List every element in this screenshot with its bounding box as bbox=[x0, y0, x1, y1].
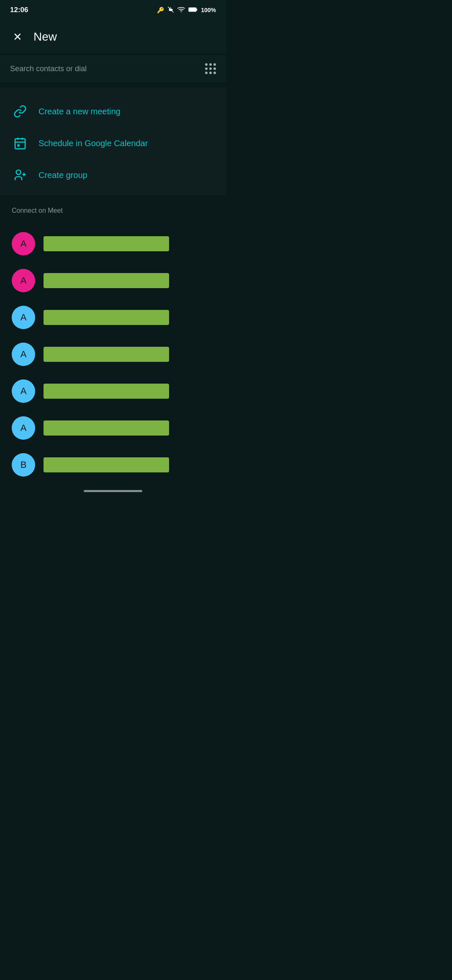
avatar: A bbox=[12, 232, 35, 255]
action-create-group[interactable]: Create group bbox=[0, 159, 226, 191]
status-icons: 🔑 100% bbox=[157, 6, 216, 14]
dialpad-dot bbox=[213, 63, 216, 66]
svg-rect-3 bbox=[189, 8, 196, 11]
dialpad-dot bbox=[205, 63, 208, 66]
svg-point-9 bbox=[16, 170, 21, 175]
status-time: 12:06 bbox=[10, 6, 28, 14]
dialpad-dot bbox=[209, 72, 212, 74]
contact-item[interactable]: A bbox=[0, 225, 226, 262]
battery-icon bbox=[188, 7, 198, 14]
dialpad-dot bbox=[213, 72, 216, 74]
avatar: A bbox=[12, 306, 35, 329]
home-indicator bbox=[84, 490, 142, 492]
actions-section: Create a new meeting Schedule in Google … bbox=[0, 87, 226, 195]
new-meeting-label: Create a new meeting bbox=[39, 107, 121, 116]
connect-label: Connect on Meet bbox=[12, 207, 214, 214]
contact-name-bar bbox=[44, 310, 169, 325]
dialpad-dot bbox=[205, 72, 208, 74]
dialpad-dot bbox=[205, 67, 208, 70]
avatar: A bbox=[12, 379, 35, 403]
mute-icon bbox=[167, 6, 174, 14]
calendar-icon bbox=[12, 135, 28, 152]
svg-rect-8 bbox=[17, 144, 19, 147]
contact-item[interactable]: A bbox=[0, 299, 226, 336]
dialpad-dot bbox=[209, 63, 212, 66]
avatar: A bbox=[12, 343, 35, 366]
action-schedule-calendar[interactable]: Schedule in Google Calendar bbox=[0, 127, 226, 159]
contact-name-bar bbox=[44, 236, 169, 251]
contact-item[interactable]: A bbox=[0, 336, 226, 373]
close-button[interactable]: ✕ bbox=[10, 29, 25, 44]
schedule-calendar-label: Schedule in Google Calendar bbox=[39, 139, 148, 148]
group-add-icon bbox=[12, 167, 28, 183]
header: ✕ New bbox=[0, 20, 226, 54]
contact-name-bar bbox=[44, 384, 169, 399]
dialpad-dot bbox=[213, 67, 216, 70]
avatar: A bbox=[12, 416, 35, 440]
dialpad-button[interactable] bbox=[205, 63, 216, 74]
dialpad-dot bbox=[209, 67, 212, 70]
connect-section: Connect on Meet bbox=[0, 199, 226, 225]
svg-rect-2 bbox=[196, 8, 197, 10]
contact-name-bar bbox=[44, 273, 169, 288]
action-new-meeting[interactable]: Create a new meeting bbox=[0, 95, 226, 127]
wifi-icon bbox=[177, 7, 185, 14]
battery-text: 100% bbox=[201, 7, 216, 13]
create-group-label: Create group bbox=[39, 170, 87, 180]
contact-item[interactable]: A bbox=[0, 262, 226, 299]
page-title: New bbox=[33, 30, 57, 44]
key-icon: 🔑 bbox=[157, 7, 164, 13]
contact-item[interactable]: B bbox=[0, 446, 226, 483]
search-placeholder: Search contacts or dial bbox=[10, 64, 87, 73]
bottom-indicator bbox=[0, 483, 226, 497]
link-icon bbox=[12, 103, 28, 120]
status-bar: 12:06 🔑 100% bbox=[0, 0, 226, 20]
contact-name-bar bbox=[44, 457, 169, 472]
svg-rect-4 bbox=[15, 139, 25, 149]
avatar: B bbox=[12, 453, 35, 477]
close-icon: ✕ bbox=[13, 31, 22, 42]
contact-name-bar bbox=[44, 347, 169, 362]
contact-item[interactable]: A bbox=[0, 373, 226, 410]
contact-list: A A A A A A B bbox=[0, 225, 226, 483]
contact-name-bar bbox=[44, 420, 169, 436]
avatar: A bbox=[12, 269, 35, 292]
search-bar[interactable]: Search contacts or dial bbox=[0, 55, 226, 82]
contact-item[interactable]: A bbox=[0, 410, 226, 446]
